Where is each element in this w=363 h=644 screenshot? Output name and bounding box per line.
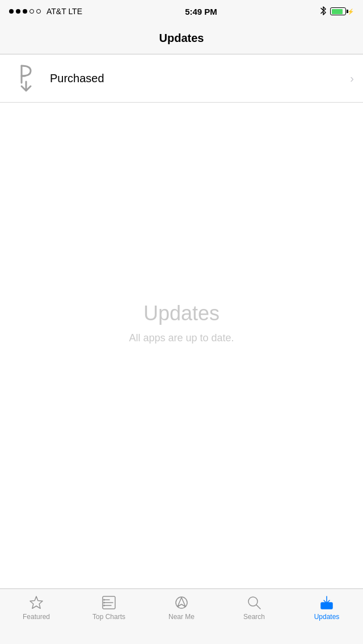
empty-state: Updates All apps are up to date. bbox=[0, 103, 363, 588]
nav-title: Updates bbox=[159, 32, 204, 45]
svg-point-7 bbox=[103, 605, 105, 607]
signal-dot-2 bbox=[16, 9, 20, 14]
tab-featured-label: Featured bbox=[23, 613, 50, 621]
search-icon bbox=[246, 595, 262, 611]
signal-dot-5 bbox=[36, 9, 41, 14]
tab-top-charts-label: Top Charts bbox=[92, 613, 125, 621]
status-left: AT&T LTE bbox=[9, 7, 82, 16]
tab-search[interactable]: Search bbox=[218, 594, 290, 621]
svg-point-6 bbox=[103, 602, 105, 604]
near-me-icon bbox=[174, 595, 189, 611]
purchased-label: Purchased bbox=[50, 72, 350, 85]
empty-state-subtitle: All apps are up to date. bbox=[129, 332, 234, 344]
nav-bar: Updates bbox=[0, 23, 363, 54]
svg-marker-0 bbox=[30, 596, 43, 608]
tab-updates-label: Updates bbox=[314, 613, 340, 621]
signal-dot-1 bbox=[9, 9, 14, 14]
battery-container: ⚡ bbox=[330, 7, 354, 15]
updates-icon bbox=[319, 595, 335, 611]
tab-search-label: Search bbox=[243, 613, 265, 621]
tab-updates[interactable]: Updates bbox=[290, 594, 363, 621]
svg-line-11 bbox=[256, 605, 260, 609]
signal-dot-3 bbox=[23, 9, 27, 14]
content-area: Purchased › Updates All apps are up to d… bbox=[0, 54, 363, 588]
battery-icon bbox=[330, 7, 346, 15]
status-time: 5:49 PM bbox=[185, 7, 217, 16]
svg-marker-9 bbox=[178, 598, 185, 607]
tab-featured[interactable]: Featured bbox=[0, 594, 73, 621]
empty-state-title: Updates bbox=[143, 302, 220, 325]
signal-dot-4 bbox=[29, 9, 34, 14]
svg-point-5 bbox=[103, 599, 105, 601]
chevron-right-icon: › bbox=[350, 72, 354, 85]
purchased-icon bbox=[9, 61, 43, 95]
tab-top-charts[interactable]: Top Charts bbox=[73, 594, 145, 621]
bluetooth-icon bbox=[320, 6, 327, 18]
tab-near-me-label: Near Me bbox=[168, 613, 195, 621]
status-bar: AT&T LTE 5:49 PM ⚡ bbox=[0, 0, 363, 23]
carrier-text: AT&T LTE bbox=[47, 7, 82, 16]
purchased-row[interactable]: Purchased › bbox=[0, 54, 363, 103]
featured-icon bbox=[28, 595, 44, 611]
signal-dots bbox=[9, 9, 41, 14]
battery-fill bbox=[332, 9, 343, 14]
top-charts-icon bbox=[101, 595, 117, 611]
tab-near-me[interactable]: Near Me bbox=[145, 594, 218, 621]
tab-bar: Featured Top Charts Near Me bbox=[0, 588, 363, 644]
status-right: ⚡ bbox=[320, 6, 354, 18]
